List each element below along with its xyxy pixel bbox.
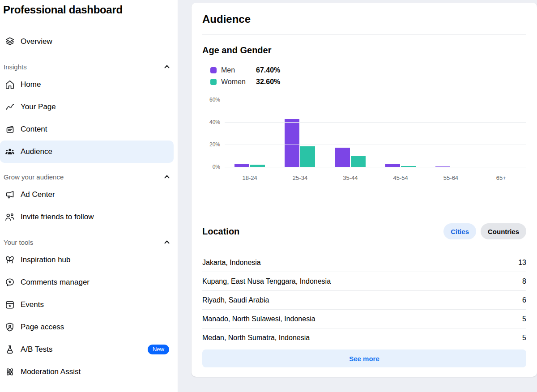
sidebar-item-moderation-assist[interactable]: Moderation Assist: [0, 361, 174, 383]
sidebar-item-audience[interactable]: Audience: [0, 141, 174, 163]
location-title: Location: [202, 226, 239, 237]
shield-person-icon: [4, 322, 15, 332]
x-tick-label: 18-24: [225, 175, 275, 181]
sidebar-item-label: Events: [21, 300, 44, 309]
sidebar-item-label: Overview: [21, 37, 52, 46]
location-list: Jakarta, Indonesia 13 Kupang, East Nusa …: [202, 253, 526, 347]
flask-icon: [4, 344, 15, 355]
x-tick-label: 25-34: [275, 175, 325, 181]
location-count: 5: [522, 315, 526, 323]
y-tick-label: 20%: [209, 141, 220, 148]
divider: [202, 202, 526, 202]
section-label: Your tools: [4, 239, 33, 246]
chevron-up-icon: [162, 172, 171, 181]
sidebar-item-ad-center[interactable]: Ad Center: [0, 183, 174, 206]
bar-group: [476, 99, 526, 167]
trend-line-icon: [4, 102, 15, 112]
section-header-insights[interactable]: Insights: [0, 60, 178, 73]
sidebar-item-invite-friends[interactable]: Invite friends to follow: [0, 206, 174, 228]
megaphone-icon: [4, 189, 15, 200]
invite-friends-icon: [4, 212, 15, 222]
sidebar-item-label: Inspiration hub: [21, 256, 71, 264]
layers-icon: [4, 36, 15, 47]
section-header-your-tools[interactable]: Your tools: [0, 235, 178, 249]
sidebar-item-ab-tests[interactable]: A/B Tests New: [0, 338, 174, 361]
atom-star-icon: [4, 366, 15, 377]
list-item: Riyadh, Saudi Arabia 6: [202, 291, 526, 310]
bar-group: [375, 99, 426, 167]
sidebar-item-events[interactable]: Events: [0, 294, 174, 316]
gridline: [225, 100, 526, 100]
cities-toggle-button[interactable]: Cities: [443, 223, 476, 239]
section-label: Grow your audience: [4, 173, 64, 181]
x-tick-label: 65+: [476, 175, 526, 181]
legend-row-men: Men 67.40%: [202, 64, 526, 76]
gridline: [225, 122, 526, 123]
legend-row-women: Women 32.60%: [202, 76, 526, 88]
legend-value: 32.60%: [256, 78, 280, 86]
location-place: Jakarta, Indonesia: [202, 259, 261, 267]
sidebar-item-label: Content: [21, 125, 47, 134]
x-tick-label: 45-54: [375, 175, 426, 181]
location-count: 8: [522, 277, 526, 285]
legend-label: Men: [221, 66, 246, 74]
chart-x-axis: 18-2425-3435-4445-5455-6465+: [225, 175, 526, 181]
sidebar-item-label: Invite friends to follow: [21, 213, 94, 222]
sidebar-item-label: A/B Tests: [21, 345, 53, 354]
location-place: Riyadh, Saudi Arabia: [202, 296, 269, 304]
gridline: [225, 145, 526, 145]
chart-plot: [225, 99, 526, 167]
location-place: Kupang, East Nusa Tenggara, Indonesia: [202, 277, 331, 285]
y-tick-label: 40%: [209, 119, 220, 125]
list-item: Kupang, East Nusa Tenggara, Indonesia 8: [202, 272, 526, 291]
sidebar-item-comments-manager[interactable]: Comments manager: [0, 271, 174, 294]
sidebar-item-label: Comments manager: [21, 278, 90, 287]
chart-legend: Men 67.40% Women 32.60%: [202, 64, 526, 88]
sidebar-item-label: Audience: [21, 147, 52, 156]
sidebar-item-label: Home: [21, 80, 41, 89]
age-gender-bar-chart: 0%20%40%60%: [202, 99, 526, 167]
divider: [202, 34, 526, 35]
location-count: 6: [522, 296, 526, 304]
sidebar-nav: Overview Insights Home Your Page Content: [0, 30, 178, 383]
men-bar: [285, 119, 299, 167]
chevron-up-icon: [162, 62, 171, 71]
list-item: Jakarta, Indonesia 13: [202, 253, 526, 272]
home-icon: [4, 79, 15, 90]
x-tick-label: 55-64: [426, 175, 476, 181]
sidebar-item-label: Ad Center: [21, 190, 55, 199]
sidebar-item-inspiration-hub[interactable]: Inspiration hub: [0, 249, 174, 271]
sidebar-item-content[interactable]: Content: [0, 118, 174, 141]
main-area: Audience Age and Gender Men 67.40% Women…: [179, 0, 537, 392]
comment-star-icon: [4, 277, 15, 288]
countries-toggle-button[interactable]: Countries: [481, 223, 526, 239]
sidebar-item-home[interactable]: Home: [0, 73, 174, 96]
chart-y-axis: 0%20%40%60%: [202, 99, 225, 167]
sidebar-item-overview[interactable]: Overview: [0, 30, 174, 53]
bar-group: [275, 99, 325, 167]
chevron-up-icon: [162, 238, 171, 247]
location-place: Medan, North Sumatra, Indonesia: [202, 334, 310, 342]
sidebar: Professional dashboard Overview Insights…: [0, 0, 178, 392]
sidebar-item-page-access[interactable]: Page access: [0, 316, 174, 338]
sidebar-item-label: Moderation Assist: [21, 367, 81, 376]
list-item: Medan, North Sumatra, Indonesia 5: [202, 328, 526, 347]
see-more-button[interactable]: See more: [202, 349, 526, 367]
location-count: 13: [518, 259, 526, 267]
section-header-grow-your-audience[interactable]: Grow your audience: [0, 170, 178, 183]
sidebar-title: Professional dashboard: [3, 4, 178, 16]
location-header: Location Cities Countries: [202, 223, 526, 239]
chart-bars: [225, 99, 526, 167]
sidebar-item-your-page[interactable]: Your Page: [0, 96, 174, 118]
age-gender-title: Age and Gender: [202, 45, 526, 55]
location-place: Manado, North Sulawesi, Indonesia: [202, 315, 315, 323]
sidebar-item-label: Page access: [21, 323, 64, 332]
butterfly-icon: [4, 255, 15, 265]
bar-group: [325, 99, 375, 167]
y-tick-label: 0%: [213, 164, 220, 170]
legend-label: Women: [221, 78, 246, 86]
legend-value: 67.40%: [256, 66, 280, 74]
bar-group: [225, 99, 275, 167]
event-star-icon: [4, 299, 15, 310]
gridline: [225, 167, 526, 167]
